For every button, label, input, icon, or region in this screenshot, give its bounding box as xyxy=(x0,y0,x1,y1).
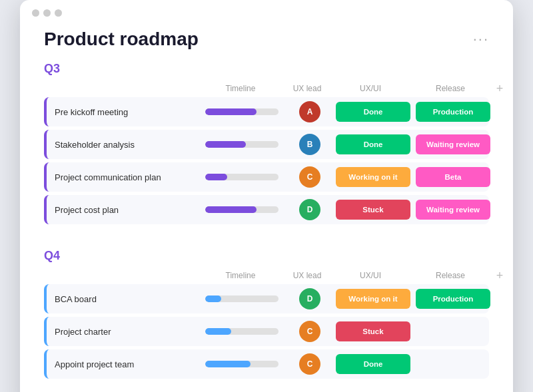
avatar-cell: D xyxy=(286,288,333,309)
q4-add-col-button[interactable]: + xyxy=(490,270,509,282)
q3-col-uxlead: UX lead xyxy=(284,84,330,93)
q3-col-uxui: UX/UI xyxy=(330,84,410,93)
q3-rows: Pre kickoff meetingADoneProductionStakeh… xyxy=(44,97,489,224)
q3-col-release: Release xyxy=(410,84,490,93)
uxui-status-badge[interactable]: Stuck xyxy=(336,321,410,341)
uxui-status-badge[interactable]: Done xyxy=(336,102,410,122)
q4-col-release: Release xyxy=(410,271,490,280)
task-name: Project cost plan xyxy=(47,205,200,215)
task-row[interactable]: Stakeholder analysisBDoneWaiting review xyxy=(44,130,489,159)
task-name: BCA board xyxy=(47,294,200,304)
q3-add-col-button[interactable]: + xyxy=(490,83,509,95)
more-options-button[interactable]: ··· xyxy=(473,32,489,47)
task-row[interactable]: Appoint project teamCDone xyxy=(44,349,489,379)
release-status-badge[interactable]: Production xyxy=(416,102,490,122)
task-name: Stakeholder analysis xyxy=(47,140,200,150)
titlebar xyxy=(20,0,513,23)
q4-col-headers: Timeline UX lead UX/UI Release + xyxy=(44,268,489,284)
traffic-light-minimize[interactable] xyxy=(43,9,51,17)
q4-section: Q4 Timeline UX lead UX/UI Release + BCA … xyxy=(20,249,513,392)
release-status-badge[interactable]: Waiting review xyxy=(416,200,490,220)
q4-rows: BCA boardDWorking on itProductionProject… xyxy=(44,284,489,379)
traffic-light-maximize[interactable] xyxy=(55,9,62,17)
avatar: C xyxy=(299,166,320,188)
avatar: A xyxy=(299,101,320,122)
timeline-bar xyxy=(200,361,286,367)
q4-col-uxui: UX/UI xyxy=(330,271,410,280)
q4-col-uxlead: UX lead xyxy=(284,271,330,280)
traffic-lights xyxy=(32,9,62,17)
uxui-status-badge[interactable]: Working on it xyxy=(336,167,410,187)
avatar-cell: C xyxy=(286,166,333,188)
task-name: Project communication plan xyxy=(47,172,200,182)
avatar-cell: D xyxy=(286,199,333,220)
release-status-badge[interactable] xyxy=(416,354,490,374)
page-header: Product roadmap ··· xyxy=(20,23,513,62)
timeline-bar xyxy=(200,141,286,148)
task-name: Pre kickoff meeting xyxy=(47,107,200,117)
q4-title: Q4 xyxy=(44,249,60,263)
traffic-light-close[interactable] xyxy=(32,9,39,17)
uxui-status-badge[interactable]: Stuck xyxy=(336,200,410,220)
timeline-bar xyxy=(200,174,286,180)
avatar: C xyxy=(299,353,320,375)
task-row[interactable]: Project cost planDStuckWaiting review xyxy=(44,195,489,224)
timeline-bar xyxy=(200,108,286,115)
avatar: B xyxy=(299,134,320,155)
task-row[interactable]: Project communication planCWorking on it… xyxy=(44,162,489,192)
uxui-status-badge[interactable]: Done xyxy=(336,354,410,374)
avatar: C xyxy=(299,321,320,342)
avatar: D xyxy=(299,288,320,309)
task-name: Appoint project team xyxy=(47,359,200,369)
timeline-bar xyxy=(200,295,286,302)
q3-header: Q3 xyxy=(44,62,489,76)
release-status-badge[interactable]: Beta xyxy=(416,167,490,187)
q3-section: Q3 Timeline UX lead UX/UI Release + Pre … xyxy=(20,62,513,240)
timeline-bar xyxy=(200,328,286,335)
q3-col-timeline: Timeline xyxy=(197,84,284,93)
timeline-bar xyxy=(200,206,286,213)
release-status-badge[interactable]: Waiting review xyxy=(416,134,490,154)
task-row[interactable]: BCA boardDWorking on itProduction xyxy=(44,284,489,313)
task-row[interactable]: Project charterCStuck xyxy=(44,317,489,346)
q3-title: Q3 xyxy=(44,62,60,76)
uxui-status-badge[interactable]: Working on it xyxy=(336,289,410,309)
page-title: Product roadmap xyxy=(44,29,199,50)
uxui-status-badge[interactable]: Done xyxy=(336,134,410,154)
release-status-badge[interactable]: Production xyxy=(416,289,490,309)
avatar-cell: C xyxy=(286,321,333,342)
q4-col-timeline: Timeline xyxy=(197,271,284,280)
avatar-cell: C xyxy=(286,353,333,375)
avatar: D xyxy=(299,199,320,220)
q4-header: Q4 xyxy=(44,249,489,263)
q3-col-headers: Timeline UX lead UX/UI Release + xyxy=(44,81,489,97)
avatar-cell: A xyxy=(286,101,333,122)
task-row[interactable]: Pre kickoff meetingADoneProduction xyxy=(44,97,489,126)
avatar-cell: B xyxy=(286,134,333,155)
app-window: Product roadmap ··· Q3 Timeline UX lead … xyxy=(20,0,513,392)
task-name: Project charter xyxy=(47,327,200,337)
release-status-badge[interactable] xyxy=(416,321,490,341)
